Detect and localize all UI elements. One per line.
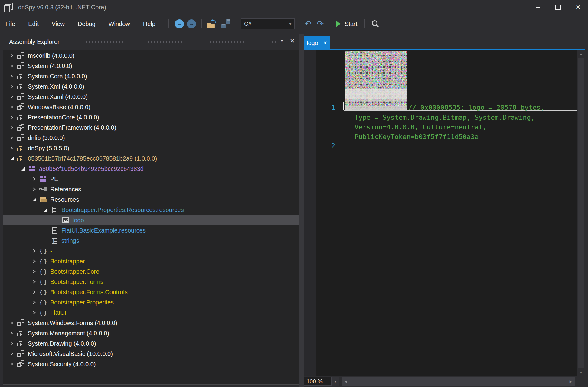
panel-splitter[interactable] bbox=[299, 34, 304, 387]
expander-icon[interactable] bbox=[8, 85, 16, 88]
expander-icon[interactable] bbox=[30, 311, 38, 314]
scroll-up-icon[interactable]: ▲ bbox=[577, 52, 585, 56]
expander-icon[interactable] bbox=[30, 177, 38, 181]
tree-item-system-drawing-4-0-0-0[interactable]: System.Drawing (4.0.0.0) bbox=[3, 338, 299, 349]
minimize-button[interactable] bbox=[528, 0, 548, 15]
expander-icon[interactable] bbox=[30, 198, 38, 201]
tree-item-system-xml-4-0-0-0[interactable]: System.Xml (4.0.0.0) bbox=[3, 81, 299, 92]
tree-item-mscorlib-4-0-0-0[interactable]: mscorlib (4.0.0.0) bbox=[3, 50, 299, 61]
expander-icon[interactable] bbox=[8, 352, 16, 356]
tree-item-dash[interactable]: { }- bbox=[3, 246, 299, 256]
expander-icon[interactable] bbox=[30, 249, 38, 253]
expander-icon[interactable] bbox=[8, 146, 16, 150]
expander-icon[interactable] bbox=[8, 157, 16, 160]
tree-item-resources[interactable]: Resources bbox=[3, 194, 299, 205]
tree-item-bootstrapper[interactable]: { }Bootstrapper bbox=[3, 256, 299, 266]
tab-close-icon[interactable]: ✕ bbox=[323, 40, 327, 46]
tree-item-dnlib-3-0-0-0[interactable]: dnlib (3.0.0.0) bbox=[3, 133, 299, 143]
code-editor[interactable]: 1 // 0x00008535: logo = 20578 bytes, Typ… bbox=[304, 50, 577, 376]
close-button[interactable]: ✕ bbox=[568, 0, 588, 15]
scroll-right-icon[interactable]: ▶ bbox=[570, 377, 572, 386]
navigate-forward-button[interactable]: → bbox=[187, 19, 196, 28]
expander-icon[interactable] bbox=[8, 54, 16, 57]
title-bar: dnSpy v6.0.3 (32-bit, .NET Core) ✕ bbox=[0, 0, 588, 15]
menu-file[interactable]: File bbox=[5, 21, 15, 28]
expander-icon[interactable] bbox=[30, 301, 38, 304]
undo-button[interactable]: ↶ bbox=[305, 20, 312, 28]
tree-item-dnspy-5-0-5-0[interactable]: dnSpy (5.0.5.0) bbox=[3, 143, 299, 153]
tree-item-a80b5ef10d5c4b9492e5bcc92c64383d[interactable]: a80b5ef10d5c4b9492e5bcc92c64383d bbox=[3, 164, 299, 174]
tree-item-bootstrapper-forms-controls[interactable]: { }Bootstrapper.Forms.Controls bbox=[3, 287, 299, 297]
redo-button[interactable]: ↷ bbox=[317, 20, 324, 28]
expander-icon[interactable] bbox=[8, 95, 16, 99]
expander-icon[interactable] bbox=[30, 187, 38, 191]
expander-icon[interactable] bbox=[30, 290, 38, 294]
panel-menu-chevron-icon[interactable]: ▼ bbox=[280, 39, 284, 43]
tree-item-bootstrapper-forms[interactable]: { }Bootstrapper.Forms bbox=[3, 277, 299, 287]
table-icon bbox=[52, 238, 57, 244]
zoom-combobox[interactable]: 100 % bbox=[304, 377, 332, 386]
expander-icon[interactable] bbox=[8, 115, 16, 119]
tree-item-presentationcore-4-0-0-0[interactable]: PresentationCore (4.0.0.0) bbox=[3, 112, 299, 122]
vertical-scroll-thumb[interactable] bbox=[578, 58, 584, 368]
expander-icon[interactable] bbox=[19, 167, 27, 171]
expander-icon[interactable] bbox=[8, 136, 16, 140]
tree-item-system-core-4-0-0-0[interactable]: System.Core (4.0.0.0) bbox=[3, 71, 299, 81]
tree-item-system-4-0-0-0[interactable]: System (4.0.0.0) bbox=[3, 61, 299, 71]
tree-item-windowsbase-4-0-0-0[interactable]: WindowsBase (4.0.0.0) bbox=[3, 102, 299, 112]
tab-logo[interactable]: logo ✕ bbox=[304, 36, 330, 50]
search-icon[interactable] bbox=[371, 20, 379, 28]
maximize-button[interactable] bbox=[548, 0, 568, 15]
open-file-button[interactable] bbox=[207, 20, 216, 28]
tree-item-bootstrapper-properties-resources-resour[interactable]: Bootstrapper.Properties.Resources.resour… bbox=[3, 205, 299, 215]
expander-icon[interactable] bbox=[8, 74, 16, 78]
language-combobox[interactable]: C# ▼ bbox=[241, 18, 295, 29]
expander-icon[interactable] bbox=[8, 64, 16, 68]
navigate-back-button[interactable]: ← bbox=[175, 19, 184, 28]
assembly-explorer-title: Assembly Explorer bbox=[9, 38, 60, 45]
expander-icon[interactable] bbox=[8, 331, 16, 335]
tree-item-flatui-basicexample-resources[interactable]: FlatUI.BasicExample.resources bbox=[3, 225, 299, 236]
tree-item-system-xaml-4-0-0-0[interactable]: System.Xaml (4.0.0.0) bbox=[3, 92, 299, 102]
assembly-icon bbox=[17, 330, 25, 337]
expander-icon[interactable] bbox=[30, 259, 38, 263]
expander-icon[interactable] bbox=[8, 321, 16, 325]
logo-bitmap-image[interactable] bbox=[345, 51, 407, 110]
tree-item-presentationframework-4-0-0-0[interactable]: PresentationFramework (4.0.0.0) bbox=[3, 122, 299, 133]
expander-icon[interactable] bbox=[30, 270, 38, 273]
tree-item-flatui[interactable]: { }FlatUI bbox=[3, 307, 299, 318]
expander-icon[interactable] bbox=[8, 362, 16, 366]
panel-close-icon[interactable]: ✕ bbox=[290, 37, 295, 44]
menu-view[interactable]: View bbox=[52, 21, 65, 28]
tree-item-references[interactable]: References bbox=[3, 184, 299, 194]
menu-edit[interactable]: Edit bbox=[28, 21, 38, 28]
tree-item-strings[interactable]: strings bbox=[3, 236, 299, 246]
tree-item-microsoft-visualbasic-10-0-0-0[interactable]: Microsoft.VisualBasic (10.0.0.0) bbox=[3, 349, 299, 359]
tree-item-label: PresentationFramework (4.0.0.0) bbox=[28, 124, 116, 131]
scroll-down-icon[interactable]: ▼ bbox=[577, 371, 585, 374]
menu-help[interactable]: Help bbox=[143, 21, 155, 28]
tree-item-053501b57bf74c1785ecc0678581b2a9-1-0-0-0[interactable]: 053501b57bf74c1785ecc0678581b2a9 (1.0.0.… bbox=[3, 153, 299, 164]
scroll-left-icon[interactable]: ◀ bbox=[344, 377, 347, 386]
expander-icon[interactable] bbox=[8, 126, 16, 129]
assembly-explorer-header[interactable]: Assembly Explorer ▼ ✕ bbox=[3, 34, 299, 50]
horizontal-scrollbar[interactable]: ◀ ▶ bbox=[342, 377, 575, 386]
tree-item-bootstrapper-core[interactable]: { }Bootstrapper.Core bbox=[3, 266, 299, 277]
menu-window[interactable]: Window bbox=[109, 21, 130, 28]
tree-item-system-windows-forms-4-0-0-0[interactable]: System.Windows.Forms (4.0.0.0) bbox=[3, 318, 299, 328]
tree-item-system-security-4-0-0-0[interactable]: System.Security (4.0.0.0) bbox=[3, 359, 299, 369]
expander-icon[interactable] bbox=[41, 208, 49, 212]
expander-icon[interactable] bbox=[8, 342, 16, 345]
tree-item-bootstrapper-properties[interactable]: { }Bootstrapper.Properties bbox=[3, 297, 299, 307]
start-debug-button[interactable]: Start bbox=[336, 21, 357, 28]
save-all-button[interactable] bbox=[221, 19, 231, 28]
zoom-chevron-down-icon[interactable]: ▼ bbox=[332, 377, 339, 386]
expander-icon[interactable] bbox=[8, 105, 16, 109]
chevron-down-icon[interactable]: ▼ bbox=[286, 19, 294, 29]
tree-item-pe[interactable]: PE bbox=[3, 174, 299, 184]
vertical-scrollbar[interactable]: ▲ ▼ bbox=[577, 50, 585, 376]
expander-icon[interactable] bbox=[30, 280, 38, 284]
tree-item-system-management-4-0-0-0[interactable]: System.Management (4.0.0.0) bbox=[3, 328, 299, 338]
tree-item-logo[interactable]: logo bbox=[3, 215, 299, 225]
menu-debug[interactable]: Debug bbox=[78, 21, 96, 28]
